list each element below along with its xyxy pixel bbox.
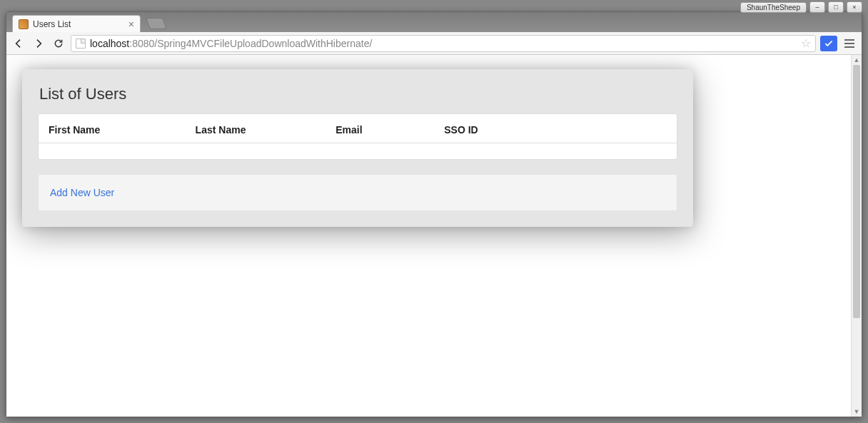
tab-title: Users List [33,19,71,29]
add-new-user-link[interactable]: Add New User [50,187,114,198]
extension-button[interactable] [820,36,837,51]
browser-tab-active[interactable]: Users List × [12,15,141,32]
os-app-label: ShaunTheSheep [740,2,807,13]
scroll-up-icon: ▲ [852,55,862,65]
back-button[interactable] [11,36,26,51]
browser-window: Users List × localhost:8080/Spring4MVCFi… [6,11,862,417]
reload-button[interactable] [51,36,66,51]
col-sso-id: SSO ID [434,117,677,143]
tab-strip: Users List × [6,12,862,32]
forward-button[interactable] [31,36,46,51]
close-icon: × [852,4,856,11]
col-last-name: Last Name [186,117,326,143]
users-table: First Name Last Name Email SSO ID [39,117,677,143]
arrow-left-icon [13,38,24,49]
actions-well: Add New User [38,174,677,211]
url-host: localhost [90,38,129,49]
browser-menu-button[interactable] [842,36,857,51]
scroll-down-icon: ▼ [852,407,862,417]
favicon-icon [19,19,29,29]
new-tab-button[interactable] [146,18,167,29]
page-icon [76,39,86,49]
address-bar[interactable]: localhost:8080/Spring4MVCFileUploadDownl… [71,35,816,52]
table-header-row: First Name Last Name Email SSO ID [39,117,677,143]
minimize-icon: – [815,4,819,11]
check-icon [824,39,834,49]
col-first-name: First Name [39,117,186,143]
users-panel: List of Users First Name Last Name Email… [22,69,693,227]
page-title: List of Users [38,85,677,103]
page-content: List of Users First Name Last Name Email… [6,55,862,241]
arrow-right-icon [33,38,44,49]
reload-icon [53,38,64,49]
scrollbar-thumb[interactable] [853,65,860,318]
vertical-scrollbar[interactable]: ▲ ▼ [851,55,862,417]
browser-viewport: List of Users First Name Last Name Email… [6,55,862,417]
os-titlebar: ShaunTheSheep – □ × [740,1,862,13]
url-path: :8080/Spring4MVCFileUploadDownloadWithHi… [129,38,372,49]
tab-close-button[interactable]: × [128,19,134,29]
window-maximize-button[interactable]: □ [828,1,844,13]
users-table-container: First Name Last Name Email SSO ID [38,113,677,160]
window-minimize-button[interactable]: – [809,1,825,13]
window-close-button[interactable]: × [847,1,862,13]
browser-toolbar: localhost:8080/Spring4MVCFileUploadDownl… [6,32,862,55]
col-email: Email [326,117,434,143]
bookmark-star-icon[interactable]: ☆ [801,36,811,50]
hamburger-icon [844,39,854,41]
maximize-icon: □ [834,4,837,11]
